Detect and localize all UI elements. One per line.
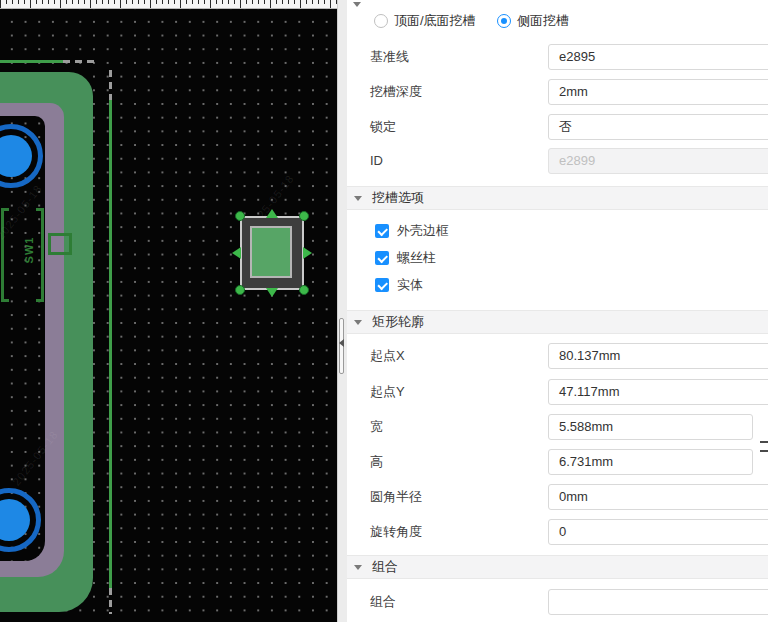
field-label: 圆角半径 [370,484,422,510]
field-label: ID [370,148,383,174]
checkbox-checked-icon[interactable] [375,251,389,265]
datum-line-vertical-extension-bottom [109,588,112,614]
link-width-height-icon[interactable] [760,441,768,452]
checkbox-checked-icon[interactable] [375,224,389,238]
checkbox-row-solid: 实体 [347,277,768,293]
field-label: 基准线 [370,44,409,70]
radio-side-groove[interactable]: 侧面挖槽 [497,10,569,32]
silkscreen-refdes[interactable]: SW1 [23,235,37,265]
stretch-arrow-up[interactable] [266,209,278,218]
section-header-rect-outline[interactable]: 矩形轮廓 [347,310,768,334]
width-input[interactable]: 5.588mm [548,414,753,440]
field-row-height: 高 6.731mm [347,449,768,475]
group-input[interactable] [548,589,768,615]
resize-handle-top-left[interactable] [235,211,245,221]
radio-top-bottom-groove[interactable]: 顶面/底面挖槽 [374,10,476,32]
radio-label: 侧面挖槽 [517,12,569,30]
datum-line-horizontal-extension [63,60,95,63]
section-title: 挖槽选项 [372,189,424,207]
field-row-width: 宽 5.588mm [347,414,768,440]
pcb-editor-window: SW1 2025-05-18 2025-05-18 2025-05-18 [0,0,768,622]
chevron-down-icon[interactable] [354,565,362,570]
datum-line-vertical[interactable] [109,100,112,588]
stretch-arrow-right[interactable] [303,247,312,259]
field-label: 起点Y [370,379,405,405]
properties-panel: 顶面/底面挖槽 侧面挖槽 基准线 e2895 挖槽深度 2mm 锁定 否 ID … [347,0,768,622]
datum-line-vertical-extension-top [109,70,112,100]
field-row-rotation: 旋转角度 0 [347,519,768,545]
resize-handle-top-right[interactable] [299,211,309,221]
field-row-start-y: 起点Y 47.117mm [347,379,768,405]
stretch-arrow-down[interactable] [266,288,278,297]
groove-depth-input[interactable]: 2mm [548,79,768,105]
selected-slot-inner[interactable] [250,226,292,278]
section-header-groove-options[interactable]: 挖槽选项 [347,186,768,210]
checkbox-checked-icon[interactable] [375,278,389,292]
field-label: 组合 [370,589,396,615]
silkscreen-bracket-left-stub-top [1,208,9,211]
baseline-input[interactable]: e2895 [548,44,768,70]
checkbox-row-shell-border: 外壳边框 [347,223,768,239]
silkscreen-bracket-right-stub-top [36,208,44,211]
chevron-down-icon[interactable] [354,320,362,325]
resize-handle-bottom-right[interactable] [299,285,309,295]
silkscreen-switch-body[interactable] [48,233,72,255]
datum-line-horizontal[interactable] [0,60,63,63]
pcb-canvas[interactable]: SW1 2025-05-18 2025-05-18 2025-05-18 [0,0,337,622]
field-row-group: 组合 [347,589,768,615]
radio-label: 顶面/底面挖槽 [394,12,476,30]
start-y-input[interactable]: 47.117mm [548,379,768,405]
field-label: 高 [370,449,383,475]
section-title: 组合 [372,558,398,576]
field-label: 挖槽深度 [370,79,422,105]
field-row-baseline: 基准线 e2895 [347,44,768,70]
field-row-corner-radius: 圆角半径 0mm [347,484,768,510]
field-label: 宽 [370,414,383,440]
section-title: 矩形轮廓 [372,313,424,331]
corner-radius-input[interactable]: 0mm [548,484,768,510]
rotation-input[interactable]: 0 [548,519,768,545]
field-row-depth: 挖槽深度 2mm [347,79,768,105]
start-x-input[interactable]: 80.137mm [548,343,768,369]
resize-handle-bottom-left[interactable] [235,285,245,295]
checkbox-row-screw-post: 螺丝柱 [347,250,768,266]
field-label: 锁定 [370,114,396,140]
stretch-arrow-left[interactable] [232,247,241,259]
chevron-down-icon[interactable] [354,196,362,201]
checkbox-label: 实体 [397,277,423,293]
groove-type-radio-row: 顶面/底面挖槽 侧面挖槽 [347,10,768,32]
field-row-lock: 锁定 否 [347,114,768,140]
field-label: 起点X [370,343,405,369]
height-input[interactable]: 6.731mm [548,449,753,475]
silkscreen-bracket-right[interactable] [41,208,44,302]
section-header-group[interactable]: 组合 [347,555,768,579]
panel-splitter[interactable] [337,0,347,622]
radio-selected-icon[interactable] [497,14,511,28]
id-input: e2899 [548,148,768,174]
radio-icon[interactable] [374,14,388,28]
silkscreen-bracket-left-stub-bottom [1,299,9,302]
field-row-id: ID e2899 [347,148,768,174]
collapse-panel-arrow-icon[interactable] [339,339,344,347]
ruler-horizontal [0,0,337,9]
checkbox-label: 螺丝柱 [397,250,436,266]
lock-select[interactable]: 否 [548,114,768,140]
checkbox-label: 外壳边框 [397,223,449,239]
field-row-start-x: 起点X 80.137mm [347,343,768,369]
field-label: 旋转角度 [370,519,422,545]
silkscreen-bracket-right-stub-bottom [36,299,44,302]
section-collapse-icon[interactable] [353,2,361,7]
